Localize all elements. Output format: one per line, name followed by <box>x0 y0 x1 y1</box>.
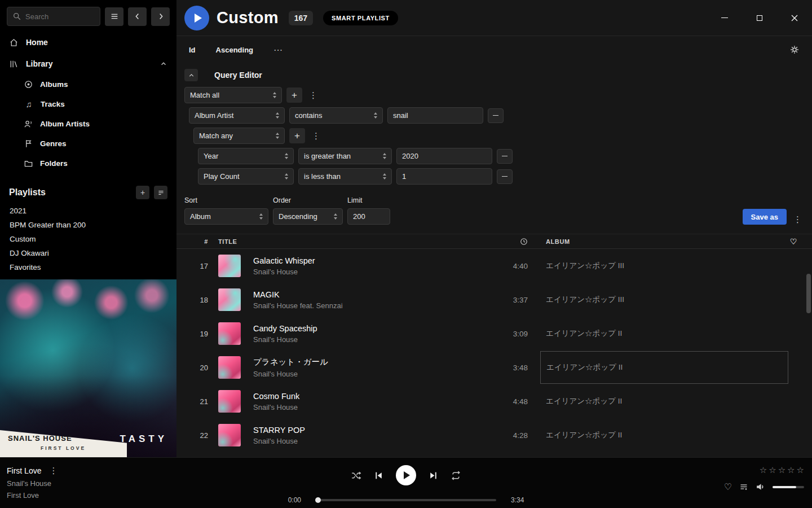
star-icon[interactable]: ☆ <box>769 465 776 475</box>
favorite-button[interactable]: ♡ <box>724 481 732 492</box>
track-album[interactable]: エイリアン☆ポップ III <box>546 261 788 271</box>
track-album[interactable]: エイリアン☆ポップ III <box>546 295 788 305</box>
track-artist[interactable]: Snail's House <box>253 268 315 276</box>
rule-value-input[interactable] <box>396 168 492 185</box>
previous-button[interactable] <box>374 471 383 480</box>
settings-button[interactable] <box>789 45 800 55</box>
rule-field-select[interactable]: Play Count <box>198 168 294 185</box>
sidebar-item-albums[interactable]: Albums <box>0 75 176 94</box>
close-button[interactable] <box>789 13 800 23</box>
playlist-menu-button[interactable]: ⋮ <box>791 214 804 225</box>
rule-field-select[interactable]: Year <box>198 148 294 164</box>
sidebar-item-album-artists[interactable]: Album Artists <box>0 114 176 134</box>
remove-rule-button[interactable] <box>497 169 513 184</box>
rule-operator-select[interactable]: is greater than <box>298 148 392 164</box>
limit-input[interactable] <box>347 208 390 225</box>
column-title[interactable]: TITLE <box>218 238 496 245</box>
sidebar-item-folders[interactable]: Folders <box>0 154 176 173</box>
track-artist[interactable]: Snail's House <box>253 370 328 378</box>
playlist-item[interactable]: DJ Okawari <box>0 246 176 260</box>
track-album[interactable]: エイリアン☆ポップ II <box>546 430 788 440</box>
sidebar-item-tracks[interactable]: ♫ Tracks <box>0 94 176 114</box>
seek-handle[interactable] <box>315 497 321 503</box>
back-button[interactable] <box>128 7 147 26</box>
play-pause-button[interactable] <box>396 465 416 485</box>
add-playlist-button[interactable]: + <box>136 186 149 199</box>
volume-button[interactable] <box>756 482 765 492</box>
queue-button[interactable] <box>739 483 748 492</box>
track-album[interactable]: エイリアン☆ポップ II <box>546 329 788 339</box>
sort-direction-button[interactable]: Ascending <box>216 46 253 54</box>
add-rule-button[interactable]: + <box>286 87 302 103</box>
table-row[interactable]: 19 Candy Spaceship Snail's House 3:09 エイ… <box>176 317 812 351</box>
add-rule-button[interactable]: + <box>289 128 305 143</box>
menu-button[interactable] <box>105 7 123 26</box>
star-icon[interactable]: ☆ <box>778 465 785 475</box>
sort-select[interactable]: Album <box>184 208 268 225</box>
scrollbar-thumb[interactable] <box>806 274 811 313</box>
track-artist[interactable]: Snail's House feat. Sennzai <box>253 301 343 310</box>
now-playing-artist[interactable]: Snail's House <box>7 479 58 488</box>
table-row[interactable]: 21 Cosmo Funk Snail's House 4:48 エイリアン☆ポ… <box>176 384 812 418</box>
rule-operator-select[interactable]: contains <box>289 107 383 124</box>
rule-operator-select[interactable]: is less than <box>298 168 392 185</box>
track-album-focused[interactable]: エイリアン☆ポップ II <box>540 351 788 384</box>
order-select[interactable]: Descending <box>273 208 343 225</box>
playlist-item[interactable]: Custom <box>0 232 176 246</box>
sort-field-button[interactable]: Id <box>189 46 196 54</box>
root-match-row: Match all + ⋮ <box>184 87 804 103</box>
column-duration[interactable] <box>496 238 528 246</box>
next-button[interactable] <box>429 471 438 480</box>
chevron-up-icon[interactable] <box>160 60 167 68</box>
star-icon[interactable]: ☆ <box>787 465 795 475</box>
repeat-button[interactable] <box>451 470 461 481</box>
remove-rule-button[interactable] <box>488 108 504 123</box>
track-artist[interactable]: Snail's House <box>253 403 299 411</box>
remove-rule-button[interactable] <box>497 149 513 164</box>
rule-group-menu-button[interactable]: ⋮ <box>310 131 323 141</box>
table-row[interactable]: 18 MAGIK Snail's House feat. Sennzai 3:3… <box>176 283 812 317</box>
playlist-options-button[interactable] <box>154 186 167 199</box>
search-input[interactable] <box>25 12 95 21</box>
now-playing-menu-button[interactable]: ⋮ <box>49 466 58 476</box>
star-icon[interactable]: ☆ <box>760 465 767 475</box>
maximize-button[interactable] <box>754 13 765 23</box>
now-playing-cover-art[interactable]: SNAIL'S HOUSE FIRST LOVE TASTY <box>0 279 176 457</box>
forward-button[interactable] <box>151 7 170 26</box>
table-row[interactable]: 17 Galactic Whisper Snail's House 4:40 エ… <box>176 249 812 283</box>
rating-stars[interactable]: ☆ ☆ ☆ ☆ ☆ <box>760 465 804 475</box>
sidebar-item-library[interactable]: Library <box>0 53 176 75</box>
column-index[interactable]: # <box>189 238 208 245</box>
track-artist[interactable]: Snail's House <box>253 437 305 445</box>
collapse-query-editor-button[interactable] <box>184 69 198 81</box>
playlist-item[interactable]: BPM Greater than 200 <box>0 218 176 232</box>
rule-field-select[interactable]: Album Artist <box>189 107 285 124</box>
table-row[interactable]: 20 プラネット・ガール Snail's House 3:48 エイリアン☆ポッ… <box>176 351 812 384</box>
match-type-select[interactable]: Match any <box>193 128 285 144</box>
rule-value-input[interactable] <box>387 107 483 124</box>
column-favorite[interactable]: ♡ <box>788 237 797 246</box>
sidebar-item-home[interactable]: Home <box>0 32 176 53</box>
playlist-item[interactable]: Favorites <box>0 260 176 274</box>
now-playing-title[interactable]: First Love <box>7 466 41 475</box>
seek-bar[interactable] <box>316 499 496 501</box>
track-artist[interactable]: Snail's House <box>253 335 317 344</box>
track-album[interactable]: エイリアン☆ポップ II <box>546 396 788 406</box>
volume-slider[interactable] <box>773 486 804 488</box>
save-as-button[interactable]: Save as <box>743 209 787 225</box>
shuffle-button[interactable] <box>351 470 361 481</box>
minimize-button[interactable] <box>720 13 730 23</box>
table-scrollbar[interactable] <box>806 257 811 457</box>
search-box[interactable] <box>7 7 100 26</box>
now-playing-album[interactable]: First Love <box>7 491 58 500</box>
sidebar-item-genres[interactable]: Genres <box>0 134 176 154</box>
match-type-select[interactable]: Match all <box>184 87 282 103</box>
table-row[interactable]: 22 STARRY POP Snail's House 4:28 エイリアン☆ポ… <box>176 418 812 452</box>
rule-value-input[interactable] <box>396 148 492 164</box>
star-icon[interactable]: ☆ <box>797 465 804 475</box>
more-options-icon[interactable]: ⋯ <box>273 45 284 55</box>
column-album[interactable]: ALBUM <box>546 238 788 245</box>
play-playlist-button[interactable] <box>184 6 209 30</box>
playlist-item[interactable]: 2021 <box>0 204 176 218</box>
rule-group-menu-button[interactable]: ⋮ <box>307 90 320 100</box>
